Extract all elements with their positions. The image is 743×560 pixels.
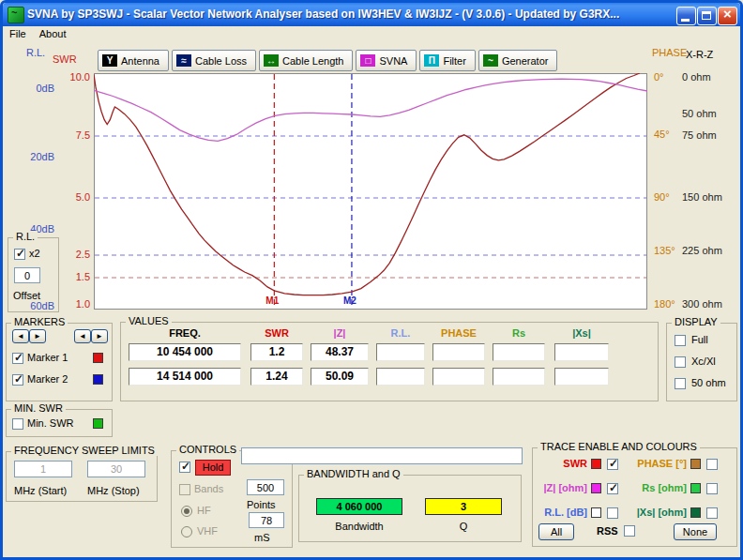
phase-tick: 0° [654,71,682,83]
trace-rs-ohm-label: Rs [ohm] [619,482,687,493]
rl-axis-header: R.L. [26,47,45,58]
trace-z-ohm-color-swatch[interactable] [591,483,601,493]
sweep-start-input[interactable]: 1 [14,461,72,477]
marker2-color-swatch [93,374,103,385]
q-value: 3 [425,498,502,515]
min-swr-panel: MIN. SWR Min. SWR [6,409,113,437]
toolbar-button-svna[interactable]: □SVNA [356,50,417,71]
toolbar-button-label: SVNA [379,55,407,67]
display-panel: DISPLAY FullXc/Xl50 ohm [666,323,737,401]
swr-tick: 1.0 [58,298,90,310]
phase-tick: 90° [654,191,682,203]
value-cell-row1 [432,343,485,361]
trace-rs-ohm-checkbox[interactable] [706,483,718,494]
impedance-tick: 50 ohm [682,108,734,119]
marker2-next-button[interactable]: ► [91,329,108,343]
trace-swr-label: SWR [533,458,587,469]
values-header-swr: SWR [250,327,303,339]
marker1-checkbox[interactable] [12,353,23,364]
trace-phase-color-swatch[interactable] [690,459,701,469]
toolbar-button-cable-length[interactable]: ↔Cable Length [259,50,353,71]
close-button[interactable] [718,7,737,25]
display-xc-xl-checkbox[interactable] [675,356,686,368]
rss-checkbox[interactable] [624,525,635,537]
trace-xs-ohm-color-swatch[interactable] [690,507,701,518]
x2-checkbox[interactable] [14,249,25,260]
marker2-prev-button[interactable]: ◄ [74,329,91,343]
value-cell-row1 [376,343,425,361]
mode-toolbar: YAntenna≈Cable Loss↔Cable Length□SVNAΠFi… [98,50,557,71]
menu-about[interactable]: About [33,26,73,41]
marker-m2-label: M2 [343,295,356,306]
impedance-tick: 225 ohm [682,245,734,256]
command-input[interactable] [241,447,523,464]
menu-file[interactable]: File [3,26,33,41]
maximize-button[interactable] [697,7,717,25]
marker1-prev-button[interactable]: ◄ [12,329,29,343]
trace-xs-ohm-checkbox[interactable] [706,507,718,519]
trace-swr-checkbox[interactable] [607,459,618,470]
toolbar-button-label: Generator [502,55,549,67]
bandwidth-value: 4 060 000 [316,498,402,515]
marker2-checkbox[interactable] [12,374,23,386]
rl-offset-panel: R.L. x2 0 Offset [8,237,59,312]
toolbar-button-label: Cable Length [282,55,343,67]
points-input[interactable]: 500 [247,479,284,495]
display-full-checkbox[interactable] [675,335,686,346]
all-button[interactable]: All [538,523,574,540]
marker1-label: Marker 1 [27,352,68,363]
min-swr-checkbox[interactable] [12,418,23,430]
value-cell-row2: 1.24 [250,368,303,386]
rl-tick: 20dB [24,151,54,162]
vhf-label: VHF [197,525,218,537]
window-title: SVNA by SP3SWJ - Scalar Vector Network A… [27,8,667,21]
swr-axis-header: SWR [53,53,77,65]
menu-bar: FileAbout [3,26,740,43]
toolbar-button-label: Filter [443,55,465,67]
value-cell-row2 [493,368,545,386]
phase-axis-header: PHASE [652,47,687,58]
value-cell-row1 [493,343,545,361]
xrz-axis-header: X-R-Z [686,49,713,60]
sweep-start-label: MHz (Start) [14,485,67,496]
values-header-rs: Rs [493,327,545,339]
frequency-sweep-panel: FREQUENCY SWEEP LIMITS 1 30 MHz (Start) … [6,451,158,502]
trace-swr-color-swatch[interactable] [591,459,601,469]
impedance-tick: 75 ohm [682,129,734,141]
trace-phase-checkbox[interactable] [706,459,718,470]
hf-label: HF [197,505,211,516]
points-label: Points [247,499,276,510]
trace-r-l-db-color-swatch[interactable] [591,507,601,518]
value-cell-row2 [554,368,609,386]
minimize-button[interactable] [676,7,696,25]
trace-z-ohm-checkbox[interactable] [607,483,618,494]
min-swr-panel-title: MIN. SWR [11,402,66,414]
toolbar-button-filter[interactable]: ΠFilter [419,50,475,71]
toolbar-button-cable-loss[interactable]: ≈Cable Loss [172,50,256,71]
rl-offset-input[interactable]: 0 [14,267,40,283]
hold-checkbox[interactable] [179,462,190,473]
hf-radio[interactable] [181,506,192,517]
none-button[interactable]: None [674,523,717,540]
filter-icon: Π [424,54,439,67]
trace-r-l-db-checkbox[interactable] [607,507,618,519]
trace-rs-ohm-color-swatch[interactable] [690,483,701,493]
trace-r-l-db-label: R.L. [dB] [533,507,587,518]
trace-z-ohm-label: |Z| [ohm] [533,482,587,493]
values-header-phase: PHASE [432,327,485,339]
plot-background [95,74,647,310]
bandwidth-label: Bandwidth [316,521,402,532]
swr-tick: 1.5 [58,271,90,282]
display-50-ohm-checkbox[interactable] [675,378,686,389]
toolbar-button-generator[interactable]: ~Generator [478,50,558,71]
vhf-radio[interactable] [181,526,192,537]
x2-label: x2 [29,248,40,259]
phase-tick: 180° [654,298,682,310]
toolbar-button-antenna[interactable]: YAntenna [98,50,169,71]
bands-checkbox[interactable] [179,484,190,495]
sweep-time-input[interactable]: 78 [249,512,284,528]
marker1-next-button[interactable]: ► [29,329,46,343]
value-cell-row1 [554,343,609,361]
sweep-stop-input[interactable]: 30 [87,461,145,477]
marker-m1-label: M1 [265,295,279,306]
